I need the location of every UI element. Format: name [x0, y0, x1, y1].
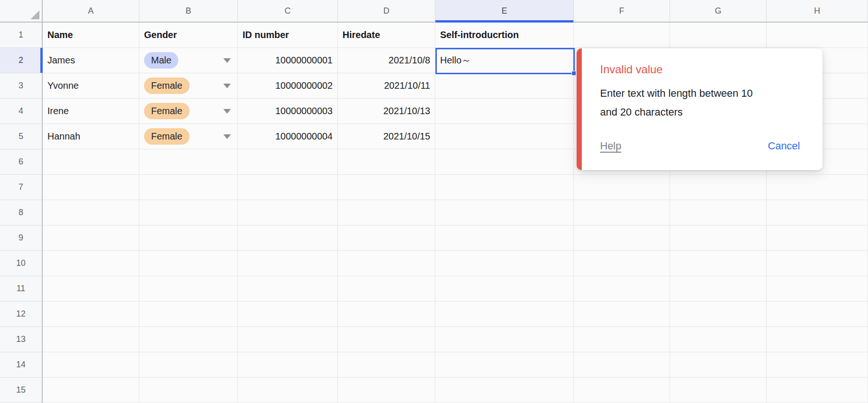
cell-C13[interactable]: [238, 327, 338, 352]
cell-B2[interactable]: Male: [139, 48, 238, 73]
cell-D15[interactable]: [338, 378, 435, 403]
cell-C7[interactable]: [238, 175, 338, 200]
cell-G8[interactable]: [670, 200, 767, 225]
cell-F15[interactable]: [574, 378, 670, 403]
cell-A11[interactable]: [43, 276, 139, 302]
column-header-D[interactable]: D: [338, 0, 435, 23]
cell-A4[interactable]: Irene: [43, 99, 139, 124]
cell-C2[interactable]: 10000000001: [238, 48, 338, 73]
cell-C10[interactable]: [238, 251, 338, 276]
row-header-11[interactable]: 11: [0, 276, 43, 302]
cell-H8[interactable]: [767, 200, 868, 225]
cell-D8[interactable]: [338, 200, 435, 225]
cell-B8[interactable]: [139, 200, 238, 225]
cell-G7[interactable]: [670, 175, 767, 200]
cell-A13[interactable]: [43, 327, 139, 352]
cell-D11[interactable]: [338, 276, 435, 302]
row-header-15[interactable]: 15: [0, 378, 43, 403]
cell-H14[interactable]: [767, 352, 868, 378]
cell-D12[interactable]: [338, 302, 435, 327]
cell-C11[interactable]: [238, 276, 338, 302]
cell-A7[interactable]: [43, 175, 139, 200]
cell-E13[interactable]: [435, 327, 574, 352]
gender-chip[interactable]: Female: [144, 78, 190, 94]
cell-G1[interactable]: [670, 23, 767, 48]
cell-H13[interactable]: [767, 327, 868, 352]
cell-E15[interactable]: [435, 378, 574, 403]
cell-D7[interactable]: [338, 175, 435, 200]
cell-G9[interactable]: [670, 225, 767, 251]
cell-D13[interactable]: [338, 327, 435, 352]
row-header-7[interactable]: 7: [0, 175, 43, 200]
cell-E14[interactable]: [435, 352, 574, 378]
cell-G14[interactable]: [670, 352, 767, 378]
cell-D10[interactable]: [338, 251, 435, 276]
column-header-C[interactable]: C: [238, 0, 338, 23]
cell-E6[interactable]: [435, 149, 574, 175]
cell-C5[interactable]: 10000000004: [238, 124, 338, 149]
cell-A15[interactable]: [43, 378, 139, 403]
cell-A14[interactable]: [43, 352, 139, 378]
select-all-button[interactable]: [0, 0, 43, 23]
cell-H15[interactable]: [767, 378, 868, 403]
cell-F12[interactable]: [574, 302, 670, 327]
cell-F10[interactable]: [574, 251, 670, 276]
row-header-8[interactable]: 8: [0, 200, 43, 225]
cell-D2[interactable]: 2021/10/8: [338, 48, 435, 73]
cell-C8[interactable]: [238, 200, 338, 225]
gender-chip[interactable]: Female: [144, 103, 190, 119]
cell-D3[interactable]: 2021/10/11: [338, 73, 435, 99]
cell-E2[interactable]: Hello～: [435, 48, 574, 73]
cell-F7[interactable]: [574, 175, 670, 200]
column-header-B[interactable]: B: [139, 0, 238, 23]
help-link[interactable]: Help: [600, 140, 621, 152]
cell-B4[interactable]: Female: [139, 99, 238, 124]
column-header-H[interactable]: H: [767, 0, 868, 23]
row-header-14[interactable]: 14: [0, 352, 43, 378]
cell-F8[interactable]: [574, 200, 670, 225]
cell-D4[interactable]: 2021/10/13: [338, 99, 435, 124]
cell-D5[interactable]: 2021/10/15: [338, 124, 435, 149]
cell-E4[interactable]: [435, 99, 574, 124]
cell-B14[interactable]: [139, 352, 238, 378]
row-header-1[interactable]: 1: [0, 23, 43, 48]
cell-E5[interactable]: [435, 124, 574, 149]
column-header-F[interactable]: F: [574, 0, 670, 23]
cell-B11[interactable]: [139, 276, 238, 302]
cell-G12[interactable]: [670, 302, 767, 327]
cell-C6[interactable]: [238, 149, 338, 175]
cell-A1[interactable]: Name: [43, 23, 139, 48]
cell-A2[interactable]: James: [43, 48, 139, 73]
cell-D1[interactable]: Hiredate: [338, 23, 435, 48]
cell-E11[interactable]: [435, 276, 574, 302]
gender-chip[interactable]: Male: [144, 52, 178, 69]
row-header-9[interactable]: 9: [0, 225, 43, 251]
dropdown-arrow-icon[interactable]: [223, 84, 231, 88]
cell-B5[interactable]: Female: [139, 124, 238, 149]
cell-C12[interactable]: [238, 302, 338, 327]
cell-A3[interactable]: Yvonne: [43, 73, 139, 99]
column-header-E[interactable]: E: [435, 0, 574, 23]
cell-E12[interactable]: [435, 302, 574, 327]
cell-E10[interactable]: [435, 251, 574, 276]
cell-A12[interactable]: [43, 302, 139, 327]
cell-B3[interactable]: Female: [139, 73, 238, 99]
cancel-button[interactable]: Cancel: [768, 140, 800, 152]
cell-B9[interactable]: [139, 225, 238, 251]
cell-F13[interactable]: [574, 327, 670, 352]
cell-C4[interactable]: 10000000003: [238, 99, 338, 124]
cell-B7[interactable]: [139, 175, 238, 200]
cell-A10[interactable]: [43, 251, 139, 276]
row-header-5[interactable]: 5: [0, 124, 43, 149]
column-header-A[interactable]: A: [43, 0, 139, 23]
cell-D14[interactable]: [338, 352, 435, 378]
row-header-12[interactable]: 12: [0, 302, 43, 327]
cell-E3[interactable]: [435, 73, 574, 99]
row-header-4[interactable]: 4: [0, 99, 43, 124]
cell-A8[interactable]: [43, 200, 139, 225]
gender-chip[interactable]: Female: [144, 128, 190, 145]
cell-E7[interactable]: [435, 175, 574, 200]
cell-H1[interactable]: [767, 23, 868, 48]
row-header-10[interactable]: 10: [0, 251, 43, 276]
cell-F9[interactable]: [574, 225, 670, 251]
